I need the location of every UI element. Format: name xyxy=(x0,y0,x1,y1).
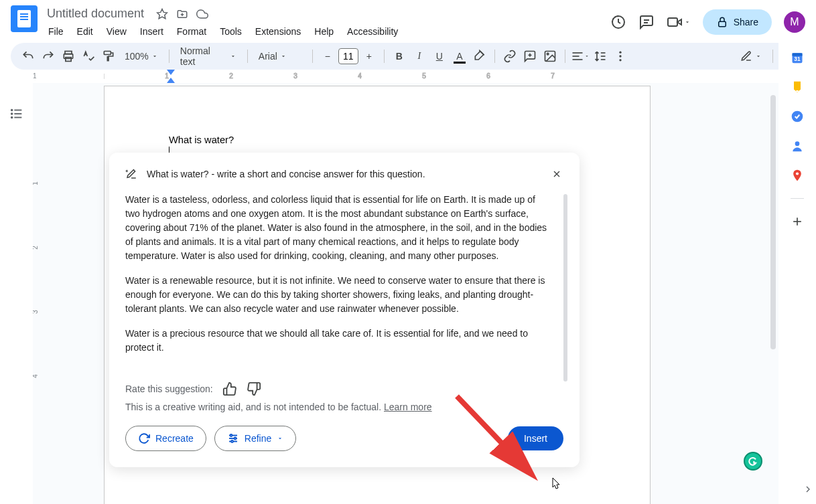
svg-text:6: 6 xyxy=(486,72,490,80)
undo-button[interactable] xyxy=(19,47,38,66)
title-row: Untitled document xyxy=(43,5,610,22)
svg-marker-0 xyxy=(157,9,167,18)
font-size-decrease[interactable]: − xyxy=(318,47,337,66)
svg-text:5: 5 xyxy=(422,72,426,80)
svg-point-37 xyxy=(11,110,12,111)
menu-bar: File Edit View Insert Format Tools Exten… xyxy=(43,23,610,39)
svg-point-50 xyxy=(234,438,236,440)
add-comment-button[interactable] xyxy=(521,47,539,66)
more-button[interactable] xyxy=(611,47,630,66)
italic-button[interactable]: I xyxy=(410,47,429,66)
svg-text:2: 2 xyxy=(33,246,39,250)
svg-rect-4 xyxy=(668,18,677,26)
svg-rect-5 xyxy=(718,21,726,27)
tasks-icon[interactable] xyxy=(791,110,804,123)
ai-rate-row: Rate this suggestion: xyxy=(125,382,563,396)
calendar-icon[interactable]: 31 xyxy=(791,51,804,64)
show-side-panel-button[interactable] xyxy=(800,481,816,497)
highlight-button[interactable] xyxy=(470,47,489,66)
refine-button[interactable]: Refine xyxy=(214,426,296,451)
recreate-button[interactable]: Recreate xyxy=(125,426,206,451)
vertical-ruler[interactable]: 1 2 3 4 xyxy=(33,83,42,504)
svg-text:7: 7 xyxy=(551,72,555,80)
redo-button[interactable] xyxy=(39,47,58,66)
insert-button[interactable]: Insert xyxy=(508,426,563,450)
chevron-down-icon xyxy=(277,435,283,442)
learn-more-link[interactable]: Learn more xyxy=(384,402,432,412)
contacts-icon[interactable] xyxy=(791,139,804,153)
align-button[interactable] xyxy=(571,47,590,66)
svg-text:2: 2 xyxy=(229,72,233,80)
print-button[interactable] xyxy=(59,47,78,66)
history-icon[interactable] xyxy=(610,14,626,30)
zoom-dropdown[interactable]: 100% xyxy=(119,47,163,66)
share-button[interactable]: Share xyxy=(703,9,772,35)
menu-extensions[interactable]: Extensions xyxy=(250,23,306,39)
pencil-sparkle-icon xyxy=(125,168,137,180)
main-scrollbar[interactable] xyxy=(770,95,776,349)
get-addons-icon[interactable] xyxy=(791,215,804,228)
font-dropdown[interactable]: Arial xyxy=(253,47,307,66)
thumbs-down-button[interactable] xyxy=(247,382,261,396)
svg-text:3: 3 xyxy=(293,72,297,80)
insert-link-button[interactable] xyxy=(500,47,519,66)
keep-icon[interactable] xyxy=(791,80,804,94)
refresh-icon xyxy=(138,432,150,444)
svg-point-11 xyxy=(547,53,549,55)
lock-icon xyxy=(716,16,728,28)
svg-marker-29 xyxy=(167,70,175,75)
ai-disclaimer: This is a creative writing aid, and is n… xyxy=(125,402,563,412)
app-header: Untitled document File Edit View Insert … xyxy=(0,0,816,43)
svg-point-39 xyxy=(11,117,12,118)
horizontal-ruler[interactable]: 1 1 2 3 4 5 6 7 xyxy=(33,71,774,83)
maps-icon[interactable] xyxy=(791,169,804,182)
grammarly-icon[interactable] xyxy=(744,452,762,471)
menu-accessibility[interactable]: Accessibility xyxy=(342,23,403,39)
paint-format-button[interactable] xyxy=(99,47,118,66)
user-avatar[interactable]: M xyxy=(784,11,805,33)
star-icon[interactable] xyxy=(156,8,168,20)
menu-file[interactable]: File xyxy=(43,23,69,39)
indent-marker-bottom-icon[interactable] xyxy=(167,78,175,83)
text-color-button[interactable]: A xyxy=(450,47,469,66)
spellcheck-button[interactable] xyxy=(79,47,98,66)
close-button[interactable] xyxy=(550,167,563,181)
font-size-input[interactable] xyxy=(338,48,358,64)
tune-icon xyxy=(227,432,239,444)
svg-point-20 xyxy=(619,59,621,61)
document-title[interactable]: Untitled document xyxy=(43,5,148,22)
share-label: Share xyxy=(734,17,758,27)
move-icon[interactable] xyxy=(176,8,188,20)
comments-icon[interactable] xyxy=(638,14,655,30)
indent-marker-icon[interactable] xyxy=(167,70,175,75)
font-size-increase[interactable]: + xyxy=(360,47,379,66)
document-text[interactable]: What is water? xyxy=(169,135,586,145)
style-dropdown[interactable]: Normal text xyxy=(175,47,242,66)
right-side-panel: 31 xyxy=(778,43,816,504)
svg-text:3: 3 xyxy=(33,310,39,314)
font-size-group: − + xyxy=(318,47,379,66)
docs-logo-icon[interactable] xyxy=(11,5,38,32)
meet-icon[interactable] xyxy=(667,14,691,30)
ai-scrollbar[interactable] xyxy=(563,194,567,382)
menu-tools[interactable]: Tools xyxy=(214,23,247,39)
underline-button[interactable]: U xyxy=(430,47,449,66)
menu-insert[interactable]: Insert xyxy=(135,23,169,39)
svg-point-49 xyxy=(230,434,232,436)
ai-paragraph-3: Water is a precious resource that we sho… xyxy=(125,327,551,355)
cloud-status-icon[interactable] xyxy=(196,8,208,20)
line-spacing-button[interactable] xyxy=(591,47,610,66)
menu-format[interactable]: Format xyxy=(172,23,212,39)
menu-edit[interactable]: Edit xyxy=(72,23,98,39)
bold-button[interactable]: B xyxy=(390,47,409,66)
thumbs-up-button[interactable] xyxy=(222,382,237,396)
ai-actions-row: Recreate Refine Insert xyxy=(125,426,563,451)
outline-toggle-button[interactable] xyxy=(6,103,27,124)
insert-image-button[interactable] xyxy=(541,47,559,66)
menu-view[interactable]: View xyxy=(101,23,132,39)
title-area: Untitled document File Edit View Insert … xyxy=(43,5,610,39)
menu-help[interactable]: Help xyxy=(309,23,339,39)
svg-point-51 xyxy=(231,440,233,442)
title-icons xyxy=(156,8,208,20)
editing-mode-button[interactable] xyxy=(735,47,767,66)
